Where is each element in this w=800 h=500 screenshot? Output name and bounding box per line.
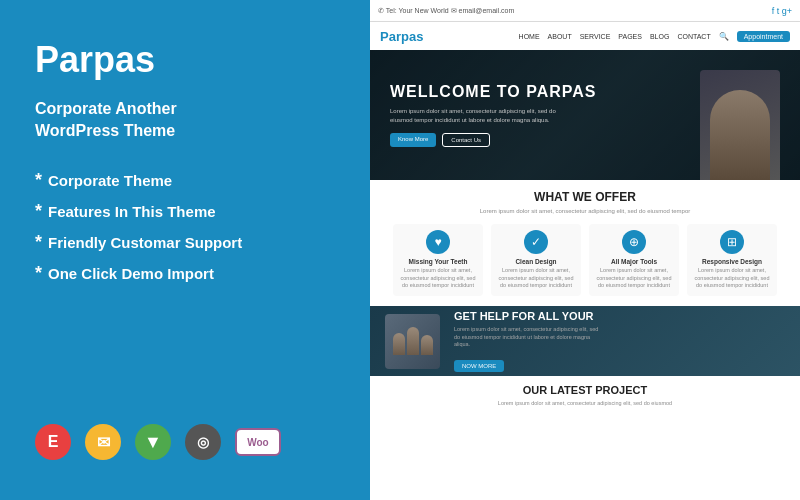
offer-icon-1: ♥ [426,230,450,254]
nav-appointment-btn[interactable]: Appointment [737,31,790,42]
topbar-social: f t g+ [772,6,792,16]
person-2 [407,327,419,355]
projects-section: OUR LATEST PROJECT Lorem ipsum dolor sit… [370,376,800,500]
hero-contact-btn[interactable]: Contact Us [442,133,490,147]
offer-card-1: ♥ Missing Your Teeth Lorem ipsum dolor s… [393,224,483,296]
hero-know-more-btn[interactable]: Know More [390,133,436,147]
feature-item-3: Friendly Customar Support [35,232,335,253]
search-icon: 🔍 [719,32,729,41]
preview-topbar: ✆ Tel: Your New World ✉ email@email.com … [370,0,800,22]
cta-people-image [385,314,440,369]
topbar-left: ✆ Tel: Your New World ✉ email@email.com [378,7,514,15]
offer-title-4: Responsive Design [693,258,771,265]
theme-subtitle: Corporate AnotherWordPress Theme [35,98,335,143]
hero-person-silhouette [710,90,770,180]
offer-icon-2: ✓ [524,230,548,254]
headset-icon: ◎ [185,424,221,460]
hero-title: WELLCOME TO PARPAS [390,83,596,101]
offer-title-1: Missing Your Teeth [399,258,477,265]
preview-logo: Parpas [380,29,423,44]
feature-item-4: One Click Demo Import [35,263,335,284]
cta-button[interactable]: NOW MORE [454,360,504,372]
offer-title-2: Clean Design [497,258,575,265]
features-list: Corporate Theme Features In This Theme F… [35,170,335,284]
website-preview-panel: ✆ Tel: Your New World ✉ email@email.com … [370,0,800,500]
cta-description: Lorem ipsum dolor sit amet, consectetur … [454,326,604,349]
hero-buttons: Know More Contact Us [390,133,596,147]
offers-description: Lorem ipsum dolor sit amet, consectetur … [385,208,785,214]
cta-people-silhouettes [393,327,433,355]
preview-nav: Parpas HOME ABOUT SERVICE PAGES BLOG CON… [370,22,800,50]
website-preview: ✆ Tel: Your New World ✉ email@email.com … [370,0,800,500]
person-3 [421,335,433,355]
elementor-icon: E [35,424,71,460]
topbar-contact: ✆ Tel: Your New World ✉ email@email.com [378,7,514,15]
plugin-icon-bar: E ✉ ▼ ◎ Woo [35,424,335,460]
nav-home: HOME [519,33,540,40]
vuetify-icon: ▼ [135,424,171,460]
hero-person-image [700,70,780,180]
feature-item-2: Features In This Theme [35,201,335,222]
offer-icon-4: ⊞ [720,230,744,254]
left-panel: Parpas Corporate AnotherWordPress Theme … [0,0,370,500]
offer-icon-3: ⊕ [622,230,646,254]
offer-desc-1: Lorem ipsum dolor sit amet, consectetur … [399,267,477,290]
nav-service: SERVICE [580,33,611,40]
offers-section: WHAT WE OFFER Lorem ipsum dolor sit amet… [370,180,800,306]
offer-desc-4: Lorem ipsum dolor sit amet, consectetur … [693,267,771,290]
hero-text: WELLCOME TO PARPAS Lorem ipsum dolor sit… [390,83,596,147]
preview-nav-links: HOME ABOUT SERVICE PAGES BLOG CONTACT 🔍 … [519,31,790,42]
nav-blog: BLOG [650,33,669,40]
offers-title: WHAT WE OFFER [385,190,785,204]
mailchimp-icon: ✉ [85,424,121,460]
woo-icon: Woo [235,428,281,456]
projects-description: Lorem ipsum dolor sit amet, consectetur … [385,400,785,406]
offer-desc-3: Lorem ipsum dolor sit amet, consectetur … [595,267,673,290]
offers-grid: ♥ Missing Your Teeth Lorem ipsum dolor s… [385,224,785,296]
nav-pages: PAGES [618,33,642,40]
feature-item-1: Corporate Theme [35,170,335,191]
projects-title: OUR LATEST PROJECT [385,384,785,396]
offer-desc-2: Lorem ipsum dolor sit amet, consectetur … [497,267,575,290]
nav-about: ABOUT [548,33,572,40]
cta-text-block: GET HELP FOR ALL YOUR Lorem ipsum dolor … [454,310,604,372]
nav-contact: CONTACT [677,33,710,40]
offer-card-4: ⊞ Responsive Design Lorem ipsum dolor si… [687,224,777,296]
offer-card-2: ✓ Clean Design Lorem ipsum dolor sit ame… [491,224,581,296]
cta-left: GET HELP FOR ALL YOUR Lorem ipsum dolor … [385,310,604,372]
hero-description: Lorem ipsum dolor sit amet, consectetur … [390,107,560,125]
offer-card-3: ⊕ All Major Tools Lorem ipsum dolor sit … [589,224,679,296]
preview-hero: WELLCOME TO PARPAS Lorem ipsum dolor sit… [370,50,800,180]
theme-title: Parpas [35,40,335,80]
offer-title-3: All Major Tools [595,258,673,265]
left-content: Parpas Corporate AnotherWordPress Theme … [35,40,335,294]
person-1 [393,333,405,355]
cta-section: GET HELP FOR ALL YOUR Lorem ipsum dolor … [370,306,800,376]
cta-heading: GET HELP FOR ALL YOUR [454,310,604,322]
